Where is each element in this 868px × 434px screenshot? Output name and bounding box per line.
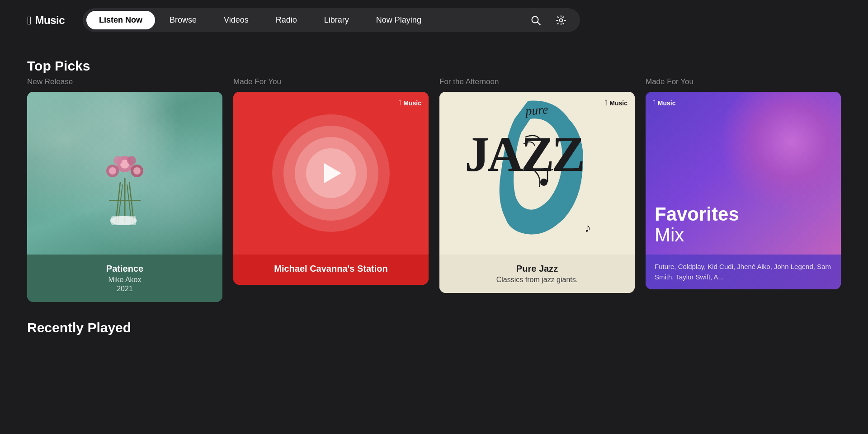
app-name: Music bbox=[35, 14, 65, 27]
favorites-mix-text: Mix bbox=[655, 224, 684, 245]
flower-bouquet-svg bbox=[95, 142, 154, 232]
header:  Music Listen Now Browse Videos Radio L… bbox=[0, 0, 868, 40]
station-album-title: Michael Cavanna's Station bbox=[242, 264, 420, 274]
station-card-image:  Music bbox=[233, 92, 429, 255]
jazz-art-svg: pure JAZZ ♪ bbox=[439, 92, 635, 255]
play-icon bbox=[324, 163, 341, 183]
favorites-card-image:  Music Favorites Mix bbox=[646, 92, 841, 255]
nav-item-radio[interactable]: Radio bbox=[263, 11, 310, 29]
pick-column-jazz: For the Afternoon  Music bbox=[439, 77, 635, 302]
apple-logo-icon:  bbox=[27, 14, 32, 26]
patience-album-title: Patience bbox=[36, 264, 213, 274]
favorites-bold: Favorites bbox=[655, 203, 739, 225]
svg-point-12 bbox=[109, 167, 116, 175]
nav-item-library[interactable]: Library bbox=[311, 11, 362, 29]
search-button[interactable] bbox=[528, 12, 544, 28]
svg-rect-18 bbox=[111, 216, 136, 225]
svg-point-16 bbox=[127, 156, 136, 165]
apple-music-badge-jazz:  Music bbox=[604, 99, 627, 107]
gear-icon bbox=[556, 15, 566, 25]
card-station[interactable]:  Music Michael Cavanna's bbox=[233, 92, 429, 285]
search-icon bbox=[531, 15, 541, 25]
pick-label-patience: New Release bbox=[27, 77, 222, 86]
jazz-card-info: Pure Jazz Classics from jazz giants. bbox=[439, 255, 635, 293]
pick-label-station: Made For You bbox=[233, 77, 429, 86]
pick-column-patience: New Release bbox=[27, 77, 222, 302]
card-favorites[interactable]:  Music Favorites Mix Future, Coldplay bbox=[646, 92, 841, 289]
patience-album-art bbox=[27, 92, 222, 255]
patience-artist: Mike Akox bbox=[36, 276, 213, 284]
apple-music-badge-favorites:  Music bbox=[653, 99, 676, 107]
pick-column-favorites: Made For You  Music Favorites bbox=[646, 77, 841, 302]
pick-label-favorites: Made For You bbox=[646, 77, 841, 86]
card-jazz[interactable]:  Music bbox=[439, 92, 635, 293]
card-patience[interactable]: Patience Mike Akox 2021 bbox=[27, 92, 222, 302]
pick-column-station: Made For You  Music bbox=[233, 77, 429, 302]
nav-item-videos[interactable]: Videos bbox=[211, 11, 261, 29]
svg-line-1 bbox=[538, 22, 540, 25]
logo-area:  Music bbox=[27, 14, 65, 27]
favorites-card-info: Future, Coldplay, Kid Cudi, Jhené Aiko, … bbox=[646, 255, 841, 289]
favorites-heading: Favorites Mix bbox=[655, 204, 832, 245]
main-content: Top Picks New Release bbox=[0, 40, 868, 335]
patience-card-info: Patience Mike Akox 2021 bbox=[27, 255, 222, 302]
patience-year: 2021 bbox=[36, 285, 213, 293]
station-card-info: Michael Cavanna's Station bbox=[233, 255, 429, 285]
pick-label-jazz: For the Afternoon bbox=[439, 77, 635, 86]
favorites-text-overlay: Favorites Mix bbox=[655, 204, 832, 245]
favorites-artist-list: Future, Coldplay, Kid Cudi, Jhené Aiko, … bbox=[655, 262, 832, 282]
svg-point-15 bbox=[113, 156, 123, 165]
jazz-album-title: Pure Jazz bbox=[448, 264, 626, 274]
top-picks-section: Top Picks New Release bbox=[27, 58, 841, 302]
top-picks-grid: New Release bbox=[27, 77, 841, 302]
purple-orb bbox=[719, 92, 841, 214]
recently-played-title: Recently Played bbox=[27, 320, 841, 335]
settings-button[interactable] bbox=[553, 12, 569, 28]
main-nav: Listen Now Browse Videos Radio Library N… bbox=[83, 8, 580, 32]
jazz-card-image:  Music bbox=[439, 92, 635, 255]
svg-text:pure: pure bbox=[524, 102, 549, 118]
nav-item-now-playing[interactable]: Now Playing bbox=[363, 11, 434, 29]
nav-icons bbox=[528, 12, 576, 28]
svg-text:JAZZ: JAZZ bbox=[465, 127, 583, 182]
apple-music-badge-station:  Music bbox=[398, 99, 421, 107]
svg-text:♪: ♪ bbox=[585, 221, 591, 235]
top-picks-title: Top Picks bbox=[27, 58, 841, 74]
nav-item-browse[interactable]: Browse bbox=[157, 11, 209, 29]
jazz-artist: Classics from jazz giants. bbox=[448, 276, 626, 284]
svg-point-2 bbox=[560, 19, 563, 22]
svg-point-14 bbox=[133, 167, 141, 175]
radio-circles bbox=[272, 114, 390, 232]
nav-item-listen-now[interactable]: Listen Now bbox=[86, 11, 155, 29]
